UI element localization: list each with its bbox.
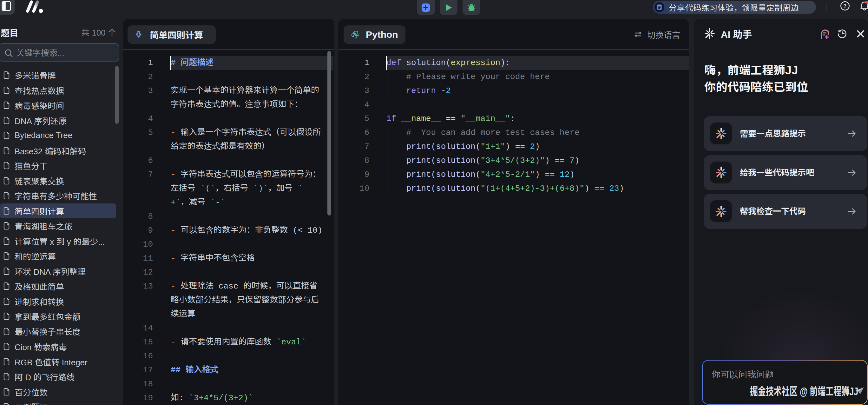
svg-text:?: ? <box>843 3 846 8</box>
